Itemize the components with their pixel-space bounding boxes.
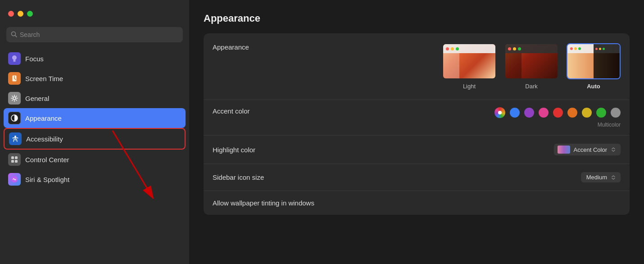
appearance-option-dark[interactable]: Dark bbox=[504, 43, 558, 90]
sidebar-item-label-control-center: Control Center bbox=[25, 156, 69, 164]
svg-point-9 bbox=[14, 136, 16, 137]
svg-rect-10 bbox=[11, 156, 14, 159]
control-center-icon bbox=[8, 153, 21, 166]
color-swatch-orange[interactable] bbox=[567, 108, 577, 118]
close-button[interactable] bbox=[8, 11, 14, 17]
svg-rect-12 bbox=[11, 160, 14, 163]
sidebar-item-label-focus: Focus bbox=[25, 55, 44, 63]
sidebar-item-general[interactable]: General bbox=[4, 88, 186, 108]
settings-card: Appearance bbox=[204, 33, 630, 215]
color-swatch-purple[interactable] bbox=[524, 108, 534, 118]
appearance-thumbnail-dark bbox=[504, 43, 558, 79]
highlight-color-row: Highlight color Accent Color bbox=[204, 136, 630, 164]
svg-line-1 bbox=[15, 35, 17, 37]
appearance-icon bbox=[8, 112, 21, 124]
color-swatch-yellow[interactable] bbox=[582, 108, 592, 118]
color-swatch-multicolor[interactable] bbox=[494, 107, 505, 118]
appearance-setting-row: Appearance bbox=[204, 33, 630, 100]
color-swatch-graphite[interactable] bbox=[611, 108, 621, 118]
sidebar-item-label-screen-time: Screen Time bbox=[25, 75, 63, 82]
accent-color-control: Multicolor bbox=[303, 107, 621, 128]
sidebar-item-label-general: General bbox=[25, 95, 49, 102]
sidebar-item-label-siri-spotlight: Siri & Spotlight bbox=[25, 176, 69, 183]
sidebar-list: Focus Screen Time bbox=[0, 47, 189, 264]
svg-rect-3 bbox=[14, 61, 16, 62]
sidebar-item-screen-time[interactable]: Screen Time bbox=[4, 68, 186, 88]
highlight-gradient-preview bbox=[558, 146, 570, 154]
appearance-label-auto: Auto bbox=[587, 83, 600, 90]
svg-rect-2 bbox=[13, 60, 16, 61]
focus-icon bbox=[8, 52, 21, 65]
highlight-color-value: Accent Color bbox=[574, 146, 607, 153]
general-icon bbox=[8, 92, 21, 105]
sidebar-icon-size-row: Sidebar icon size Medium bbox=[204, 164, 630, 191]
minimize-button[interactable] bbox=[18, 11, 23, 17]
page-title: Appearance bbox=[204, 13, 630, 24]
appearance-label-light: Light bbox=[463, 83, 476, 90]
svg-point-7 bbox=[13, 97, 16, 100]
appearance-options: Light bbox=[442, 43, 621, 90]
color-swatch-red[interactable] bbox=[553, 108, 563, 118]
search-bar[interactable]: Search bbox=[6, 27, 183, 42]
appearance-option-light[interactable]: Light bbox=[442, 43, 496, 90]
sidebar-item-appearance[interactable]: Appearance bbox=[4, 108, 186, 128]
siri-icon bbox=[8, 173, 21, 186]
accent-color-label: Accent color bbox=[213, 107, 303, 115]
sidebar-item-label-accessibility: Accessibility bbox=[26, 135, 63, 143]
search-placeholder: Search bbox=[20, 31, 40, 38]
appearance-row-label: Appearance bbox=[213, 43, 303, 51]
appearance-option-auto[interactable]: Auto bbox=[567, 43, 621, 90]
color-swatch-green[interactable] bbox=[596, 108, 606, 118]
allow-wallpaper-row: Allow wallpaper tinting in windows bbox=[204, 191, 630, 215]
highlight-color-control: Accent Color bbox=[303, 144, 621, 155]
sidebar-item-focus[interactable]: Focus bbox=[4, 49, 186, 68]
sidebar-item-siri-spotlight[interactable]: Siri & Spotlight bbox=[4, 169, 186, 189]
titlebar bbox=[0, 0, 189, 27]
sidebar-item-label-appearance: Appearance bbox=[25, 114, 62, 122]
chevron-icon bbox=[611, 147, 616, 152]
maximize-button[interactable] bbox=[27, 11, 33, 17]
sidebar-icon-size-dropdown[interactable]: Medium bbox=[581, 172, 621, 182]
svg-rect-11 bbox=[15, 156, 18, 159]
appearance-thumbnail-auto bbox=[567, 43, 621, 79]
appearance-thumbnail-light bbox=[442, 43, 496, 79]
sidebar-icon-size-label: Sidebar icon size bbox=[213, 173, 303, 181]
medium-chevron-icon bbox=[611, 175, 616, 180]
highlight-color-label: Highlight color bbox=[213, 146, 303, 154]
svg-rect-13 bbox=[15, 160, 18, 163]
highlight-color-dropdown[interactable]: Accent Color bbox=[554, 144, 621, 155]
sidebar-icon-size-control: Medium bbox=[303, 172, 621, 182]
accent-color-row: Accent color bbox=[204, 100, 630, 136]
allow-wallpaper-label: Allow wallpaper tinting in windows bbox=[213, 199, 314, 207]
main-content: Appearance Appearance bbox=[189, 0, 644, 264]
appearance-picker: Light bbox=[303, 43, 621, 90]
color-swatch-blue[interactable] bbox=[510, 108, 520, 118]
color-swatch-pink[interactable] bbox=[539, 108, 549, 118]
appearance-label-dark: Dark bbox=[525, 83, 537, 90]
accessibility-icon bbox=[9, 132, 22, 145]
accent-colors-swatches bbox=[494, 107, 621, 118]
sidebar-item-accessibility[interactable]: Accessibility bbox=[4, 128, 186, 150]
screen-time-icon bbox=[8, 72, 21, 85]
sidebar-item-control-center[interactable]: Control Center bbox=[4, 150, 186, 169]
sidebar-icon-size-value: Medium bbox=[586, 174, 607, 181]
search-icon bbox=[11, 31, 17, 39]
sidebar: Search Focus bbox=[0, 0, 189, 264]
accent-selected-label: Multicolor bbox=[598, 122, 621, 128]
